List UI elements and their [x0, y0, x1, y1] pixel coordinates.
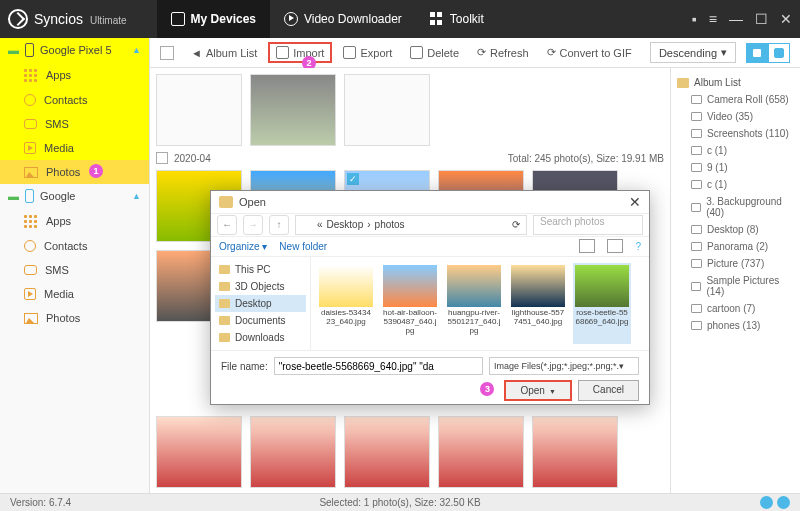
view-mode-button[interactable]: [579, 239, 595, 253]
sidebar-item-apps-2[interactable]: Apps: [0, 208, 149, 234]
back-button[interactable]: ◄Album List: [184, 44, 264, 62]
search-input[interactable]: Search photos: [533, 215, 643, 235]
photo-thumb[interactable]: [156, 74, 242, 146]
checked-icon[interactable]: ✓: [347, 173, 359, 185]
photo-thumb[interactable]: [344, 74, 430, 146]
preview-button[interactable]: [607, 239, 623, 253]
album-item[interactable]: Video (35): [677, 108, 794, 125]
file-name: rose-beetle-5568669_640.jpg: [573, 309, 631, 327]
sidebar-item-contacts-2[interactable]: Contacts: [0, 234, 149, 258]
date-checkbox[interactable]: [156, 152, 168, 164]
dialog-side-item[interactable]: 3D Objects: [215, 278, 306, 295]
album-item[interactable]: 9 (1): [677, 159, 794, 176]
help-icon[interactable]: ?: [635, 241, 641, 252]
device-google-pixel-5[interactable]: ▬Google Pixel 5▲: [0, 38, 149, 62]
album-item[interactable]: Desktop (8): [677, 221, 794, 238]
import-button[interactable]: Import: [268, 42, 332, 63]
filename-input[interactable]: [274, 357, 483, 375]
sidebar-item-contacts[interactable]: Contacts: [0, 88, 149, 112]
twitter-icon[interactable]: [777, 496, 790, 509]
photo-thumb[interactable]: [156, 416, 242, 488]
refresh-icon: ⟳: [477, 46, 486, 59]
nav-forward-button[interactable]: →: [243, 215, 263, 235]
album-label: Panorama (2): [707, 241, 768, 252]
nav-up-button[interactable]: ↑: [269, 215, 289, 235]
photo-thumb[interactable]: [438, 416, 524, 488]
date-group-row: 2020-04 Total: 245 photo(s), Size: 19.91…: [156, 152, 664, 164]
album-item[interactable]: Picture (737): [677, 255, 794, 272]
photo-thumb[interactable]: [250, 416, 336, 488]
dialog-side-item[interactable]: This PC: [215, 261, 306, 278]
nav-back-button[interactable]: ←: [217, 215, 237, 235]
maximize-button[interactable]: ☐: [755, 11, 768, 27]
dialog-side-item[interactable]: Desktop: [215, 295, 306, 312]
collapse-icon[interactable]: ▲: [132, 191, 141, 201]
photo-icon: [24, 313, 38, 324]
filetype-dropdown[interactable]: Image Files(*.jpg;*.jpeg;*.png;*. ▾: [489, 357, 639, 375]
play-icon: [284, 12, 298, 26]
export-button[interactable]: Export: [336, 43, 399, 62]
album-item[interactable]: Camera Roll (658): [677, 91, 794, 108]
album-item[interactable]: c (1): [677, 142, 794, 159]
file-item[interactable]: hot-air-balloon-5390487_640.jpg: [381, 263, 439, 344]
breadcrumb[interactable]: « Desktop › photos⟳: [295, 215, 527, 235]
dialog-side-item[interactable]: Documents: [215, 312, 306, 329]
folder-icon: [302, 220, 313, 229]
grid-view-button[interactable]: [746, 43, 768, 63]
album-item[interactable]: phones (13): [677, 317, 794, 334]
organize-button[interactable]: Organize ▾: [219, 241, 267, 252]
menu-icon[interactable]: ≡: [709, 11, 717, 27]
nav-toolkit[interactable]: Toolkit: [416, 0, 498, 38]
trash-icon: [410, 46, 423, 59]
content-toolbar: ◄Album List Import 2 Export Delete ⟳Refr…: [150, 38, 800, 68]
sidebar-item-photos-2[interactable]: Photos: [0, 306, 149, 330]
dialog-side-item[interactable]: Downloads: [215, 329, 306, 346]
open-file-dialog: Open ✕ ← → ↑ « Desktop › photos⟳ Search …: [210, 190, 650, 405]
album-item[interactable]: Panorama (2): [677, 238, 794, 255]
sidebar-item-sms-2[interactable]: SMS: [0, 258, 149, 282]
nav-my-devices[interactable]: My Devices: [157, 0, 270, 38]
delete-button[interactable]: Delete: [403, 43, 466, 62]
collapse-icon[interactable]: ▲: [132, 45, 141, 55]
sort-dropdown[interactable]: Descending▾: [650, 42, 736, 63]
file-thumb: [447, 265, 501, 307]
cancel-button[interactable]: Cancel: [578, 380, 639, 401]
titlebar: Syncios Ultimate My Devices Video Downlo…: [0, 0, 800, 38]
facebook-icon[interactable]: [760, 496, 773, 509]
list-view-button[interactable]: [768, 43, 790, 63]
new-folder-button[interactable]: New folder: [279, 241, 327, 252]
convert-gif-button[interactable]: ⟳Convert to GIF: [540, 43, 639, 62]
dialog-close-button[interactable]: ✕: [629, 194, 641, 210]
device-google[interactable]: ▬Google▲: [0, 184, 149, 208]
minimize-button[interactable]: —: [729, 11, 743, 27]
album-item[interactable]: Sample Pictures (14): [677, 272, 794, 300]
sidebar-item-sms[interactable]: SMS: [0, 112, 149, 136]
sidebar-item-media-2[interactable]: Media: [0, 282, 149, 306]
file-item[interactable]: rose-beetle-5568669_640.jpg: [573, 263, 631, 344]
photo-thumb[interactable]: [344, 416, 430, 488]
view-toggle: [746, 43, 790, 63]
nav-video-downloader[interactable]: Video Downloader: [270, 0, 416, 38]
refresh-icon[interactable]: ⟳: [512, 219, 520, 230]
sidebar-item-media[interactable]: Media: [0, 136, 149, 160]
album-item[interactable]: 3. Backupground (40): [677, 193, 794, 221]
album-item[interactable]: cartoon (7): [677, 300, 794, 317]
sidebar-item-apps[interactable]: Apps: [0, 62, 149, 88]
album-label: Screenshots (110): [707, 128, 789, 139]
photo-thumb[interactable]: [250, 74, 336, 146]
open-button[interactable]: Open: [504, 380, 571, 401]
album-item[interactable]: c (1): [677, 176, 794, 193]
album-list-header: Album List: [677, 74, 794, 91]
select-all-checkbox[interactable]: [160, 46, 174, 60]
file-item[interactable]: huangpu-river-5501217_640.jpg: [445, 263, 503, 344]
photo-thumb[interactable]: [532, 416, 618, 488]
file-item[interactable]: lighthouse-5577451_640.jpg: [509, 263, 567, 344]
album-item[interactable]: Screenshots (110): [677, 125, 794, 142]
refresh-button[interactable]: ⟳Refresh: [470, 43, 536, 62]
file-item[interactable]: daisies-5343423_640.jpg: [317, 263, 375, 344]
album-panel: Album List Camera Roll (658)Video (35)Sc…: [670, 68, 800, 493]
chat-icon[interactable]: ▪: [692, 11, 697, 27]
file-thumb: [575, 265, 629, 307]
close-button[interactable]: ✕: [780, 11, 792, 27]
sidebar-item-photos[interactable]: Photos1: [0, 160, 149, 184]
